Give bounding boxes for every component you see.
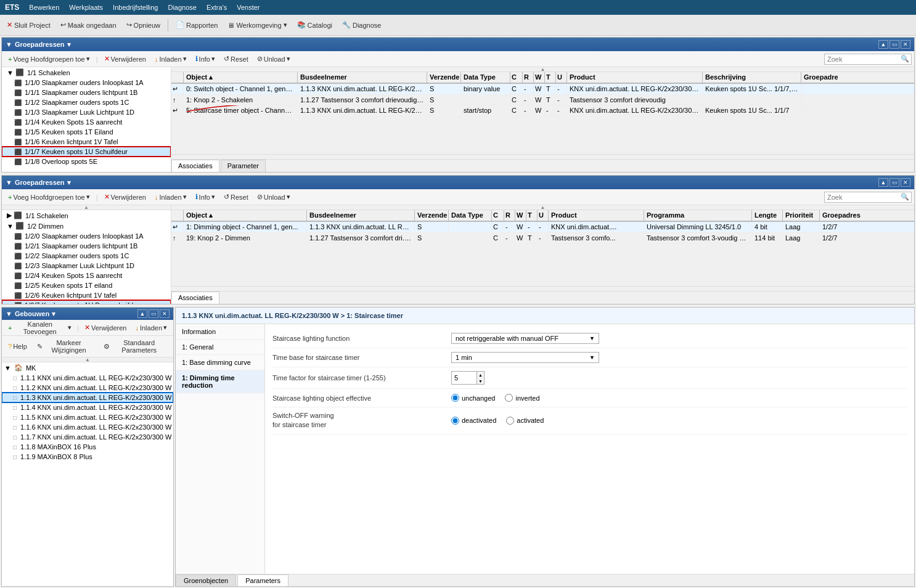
radio-activated-label[interactable]: activated <box>506 417 544 425</box>
radio-unchanged-label[interactable]: unchanged <box>451 394 495 402</box>
tree-item[interactable]: ▶ ⬛ 1/1 Schakelen <box>2 210 171 221</box>
panel2-unload-button[interactable]: ⊘ Unload ▾ <box>253 191 294 203</box>
panel2-search-input[interactable] <box>825 194 899 201</box>
tree-item[interactable]: ⬛ 1/2/2 Slaapkamer ouders spots 1C <box>2 251 171 261</box>
panel1-reset-button[interactable]: ↺ Reset <box>220 53 252 65</box>
panel1-expand-icon[interactable]: ▼ <box>6 41 12 48</box>
tree-item[interactable]: ⬛ 1/1/1 Slaapkamer ouders lichtpunt 1B <box>2 88 171 97</box>
standard-params-button[interactable]: ⚙ Standaard Parameters <box>100 337 171 356</box>
gebouwen-delete-button[interactable]: ✕ Verwijderen <box>81 322 130 333</box>
grid-row[interactable]: ↑ 1: Knop 2 - Schakelen 1.1.27 Tastsenso… <box>171 95 914 105</box>
panel2-scroll-top[interactable]: ▲ <box>2 205 171 210</box>
gebouwen-load-button[interactable]: ↓ Inladen ▾ <box>131 322 171 333</box>
menu-bewerken[interactable]: Bewerken <box>24 0 64 15</box>
grid-row[interactable]: ↵ 5: Staircase timer object - Channel...… <box>171 105 914 116</box>
undo-button[interactable]: ↩ Maak ongedaan <box>56 18 121 31</box>
radio-unchanged[interactable] <box>451 394 459 402</box>
param-nav-general[interactable]: 1: General <box>176 340 264 355</box>
workspace-button[interactable]: 🖥 Werkomgeving ▾ <box>223 18 291 31</box>
tree-item[interactable]: ⬛ 1/2/6 Keuken lichtpunt 1V tafel <box>2 290 171 300</box>
tree-item[interactable]: ⬛ 1/2/3 Slaapkamer Luuk Lichtpunt 1D <box>2 261 171 271</box>
tab-associaties-p2[interactable]: Associaties <box>171 292 219 304</box>
device-item[interactable]: □ 1.1.7 KNX uni.dim.actuat. LL REG-K/2x2… <box>2 432 173 442</box>
panel1-grid-scroll[interactable]: Object ▴ Busdeelnemer Verzende Data Type… <box>171 72 914 154</box>
tree-item[interactable]: ⬛ 1/1/6 Keuken lichtpunt 1V Tafel <box>2 137 171 147</box>
panel1-dropdown-icon[interactable]: ▾ <box>67 41 71 49</box>
radio-deactivated-label[interactable]: deactivated <box>451 417 496 425</box>
panel2-scroll-top[interactable]: ▲ <box>171 205 914 210</box>
panel2-info-button[interactable]: ℹ Info ▾ <box>192 191 219 203</box>
menu-venster[interactable]: Venster <box>232 0 264 15</box>
tab-parameter[interactable]: Parameter <box>221 160 266 172</box>
panel2-dropdown-icon[interactable]: ▾ <box>67 179 71 187</box>
mark-changes-button[interactable]: ✎ Markeer Wijzigingen <box>33 337 98 356</box>
tree-item[interactable]: ⬛ 1/2/5 Keuken spots 1T eiland <box>2 280 171 290</box>
panel1-unload-button[interactable]: ⊘ Unload ▾ <box>253 53 294 65</box>
tree-item[interactable]: ⬛ 1/2/1 Slaapkamer ouders lichtpunt 1B <box>2 241 171 251</box>
tree-item[interactable]: ⬛ 1/1/4 Keuken Spots 1S aanrecht <box>2 117 171 127</box>
param-nav-dimming-time[interactable]: 1: Dimming time reduction <box>176 370 264 393</box>
panel1-add-button[interactable]: + Voeg Hoofdgroepen toe ▾ <box>4 53 94 65</box>
device-item[interactable]: □ 1.1.8 MAXinBOX 16 Plus <box>2 442 173 452</box>
panel1-minimize-button[interactable]: ▲ <box>878 40 888 49</box>
panel2-minimize-button[interactable]: ▲ <box>878 178 888 187</box>
device-item[interactable]: □ 1.1.4 KNX uni.dim.actuat. LL REG-K/2x2… <box>2 402 173 412</box>
gebouwen-minimize-button[interactable]: ▲ <box>137 309 147 318</box>
menu-inbedrijfstelling[interactable]: Inbedrijfstelling <box>108 0 163 15</box>
time-base-dropdown[interactable]: 1 min ▼ <box>451 352 599 363</box>
tree-item[interactable]: ⬛ 1/1/2 Slaapkamer ouders spots 1C <box>2 97 171 107</box>
gebouwen-scroll-top[interactable]: ▲ <box>2 357 173 362</box>
panel2-grid-scroll[interactable]: Object ▴ Busdeelnemer Verzende Data Type… <box>171 210 914 286</box>
tree-item[interactable]: ⬛ 1/1/5 Keuken spots 1T Eiland <box>2 127 171 137</box>
param-nav-base-dimming[interactable]: 1: Base dimming curve <box>176 355 264 370</box>
tree-item[interactable]: ▼ ⬛ 1/1 Schakelen <box>2 67 171 78</box>
reports-button[interactable]: 📄 Rapporten <box>171 18 222 31</box>
device-item[interactable]: □ 1.1.9 MAXinBOX 8 Plus <box>2 452 173 462</box>
radio-activated[interactable] <box>506 417 514 425</box>
device-item[interactable]: □ 1.1.1 KNX uni.dim.actuat. LL REG-K/2x2… <box>2 373 173 383</box>
panel2-delete-button[interactable]: ✕ Verwijderen <box>100 191 150 203</box>
device-item-selected[interactable]: □ 1.1.3 KNX uni.dim.actuat. LL REG-K/2x2… <box>2 393 173 402</box>
panel2-reset-button[interactable]: ↺ Reset <box>220 191 252 203</box>
tree-item[interactable]: ⬛ 1/1/0 Slaapkamer ouders Inloopkast 1A <box>2 78 171 88</box>
radio-deactivated[interactable] <box>451 417 459 425</box>
grid-row[interactable]: ↑ 19: Knop 2 - Dimmen 1.1.27 Tastsensor … <box>171 233 914 243</box>
stepper-down[interactable]: ▼ <box>477 378 484 384</box>
panel2-expand-icon[interactable]: ▼ <box>6 179 12 186</box>
tree-item[interactable]: ▼ ⬛ 1/2 Dimmen <box>2 221 171 231</box>
grid-row[interactable]: ↵ 1: Dimming object - Channel 1, gen... … <box>171 222 914 233</box>
help-button[interactable]: ? Help <box>4 337 31 356</box>
gebouwen-close-button[interactable]: ✕ <box>160 309 170 318</box>
radio-inverted-label[interactable]: inverted <box>505 394 539 402</box>
time-factor-stepper[interactable]: ▲ ▼ <box>451 371 485 385</box>
tree-item[interactable]: ⬛ 1/1/3 Slaapkamer Luuk Lichtpunt 1D <box>2 107 171 117</box>
gebouwen-restore-button[interactable]: ▭ <box>149 309 158 318</box>
diagnose-toolbar-button[interactable]: 🔧 Diagnose <box>338 18 385 31</box>
panel2-selected-tree-item[interactable]: ⬛ 1/2/7 Keuken spots 1U Deur schuifdeur <box>2 300 171 304</box>
menu-extras[interactable]: Extra's <box>202 0 232 15</box>
device-item[interactable]: □ 1.1.5 KNX uni.dim.actuat. LL REG-K/2x2… <box>2 412 173 422</box>
param-nav-information[interactable]: Information <box>176 324 264 340</box>
tab-parameters[interactable]: Parameters <box>237 574 288 586</box>
device-item[interactable]: □ 1.1.6 KNX uni.dim.actuat. LL REG-K/2x2… <box>2 422 173 432</box>
stepper-up[interactable]: ▲ <box>477 372 484 378</box>
panel2-close-button[interactable]: ✕ <box>901 178 910 187</box>
panel1-restore-button[interactable]: ▭ <box>889 40 899 49</box>
grid-row[interactable]: ↵ 0: Switch object - Channel 1, general … <box>171 84 914 95</box>
tab-groenobjecten[interactable]: Groenobjecten <box>176 574 236 586</box>
panel1-delete-button[interactable]: ✕ Verwijderen <box>100 53 150 65</box>
radio-inverted[interactable] <box>505 394 513 402</box>
panel2-restore-button[interactable]: ▭ <box>889 178 899 187</box>
redo-button[interactable]: ↪ Opnieuw <box>122 18 165 31</box>
catalogi-button[interactable]: 📚 Catalogi <box>293 18 337 31</box>
panel2-add-button[interactable]: + Voeg Hoofdgroepen toe ▾ <box>4 191 94 203</box>
panel1-load-button[interactable]: ↓ Inladen ▾ <box>151 53 190 65</box>
staircase-function-dropdown[interactable]: not retriggerable with manual OFF ▼ <box>451 333 599 344</box>
panel1-search-input[interactable] <box>825 55 899 63</box>
gebouwen-add-button[interactable]: + Kanalen Toevoegen ▾ <box>4 319 75 337</box>
panel1-info-button[interactable]: ℹ Info ▾ <box>192 53 219 65</box>
tree-item[interactable]: ⬛ 1/2/0 Slaapkamer ouders Inloopkast 1A <box>2 231 171 241</box>
tab-associaties[interactable]: Associaties <box>171 160 219 172</box>
panel1-close-button[interactable]: ✕ <box>901 40 910 49</box>
panel1-scroll-top[interactable]: ▲ <box>171 67 914 72</box>
